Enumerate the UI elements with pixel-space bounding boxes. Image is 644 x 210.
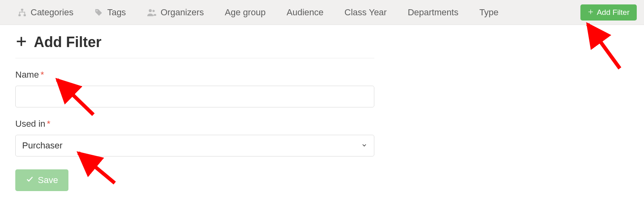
- used-in-value: Purchaser: [22, 140, 62, 151]
- tab-class-year[interactable]: Class Year: [334, 0, 397, 25]
- add-filter-label: Add Filter: [597, 8, 630, 17]
- page-title: Add Filter: [34, 34, 101, 51]
- add-filter-form-card: Add Filter Name* Used in* Purchaser Save: [3, 25, 641, 203]
- tab-departments[interactable]: Departments: [397, 0, 469, 25]
- tab-audience[interactable]: Audience: [276, 0, 334, 25]
- required-asterisk: *: [47, 119, 51, 129]
- used-in-select[interactable]: Purchaser: [15, 135, 374, 156]
- tab-type[interactable]: Type: [469, 0, 509, 25]
- name-label: Name*: [15, 70, 374, 80]
- svg-rect-1: [19, 14, 21, 16]
- users-icon: [147, 8, 157, 17]
- plus-icon: [15, 35, 27, 49]
- required-asterisk: *: [41, 70, 44, 80]
- tab-organizers[interactable]: Organizers: [136, 0, 215, 25]
- svg-point-4: [149, 9, 152, 12]
- tab-label: Tags: [107, 7, 126, 18]
- tab-age-group[interactable]: Age group: [214, 0, 276, 25]
- svg-point-5: [153, 10, 155, 12]
- svg-point-3: [97, 10, 98, 11]
- check-icon: [26, 175, 34, 185]
- svg-rect-2: [24, 14, 26, 16]
- plus-icon: [588, 8, 594, 17]
- tab-label: Age group: [225, 7, 266, 18]
- tab-label: Organizers: [161, 7, 204, 18]
- filter-tabs-bar: Categories Tags Organizers Age group Aud…: [0, 0, 644, 25]
- tab-label: Categories: [31, 7, 73, 18]
- tab-label: Class Year: [345, 7, 387, 18]
- tab-tags[interactable]: Tags: [84, 0, 136, 25]
- save-label: Save: [38, 175, 58, 185]
- add-filter-button[interactable]: Add Filter: [580, 4, 637, 21]
- tab-label: Departments: [408, 7, 458, 18]
- chevron-down-icon: [361, 140, 367, 151]
- used-in-label: Used in*: [15, 119, 374, 129]
- save-button[interactable]: Save: [15, 169, 68, 191]
- name-input[interactable]: [15, 86, 374, 107]
- svg-rect-0: [21, 8, 23, 10]
- tags-icon: [94, 8, 103, 17]
- tab-label: Audience: [287, 7, 324, 18]
- tab-categories[interactable]: Categories: [7, 0, 84, 25]
- sitemap-icon: [18, 8, 27, 17]
- tab-label: Type: [479, 7, 499, 18]
